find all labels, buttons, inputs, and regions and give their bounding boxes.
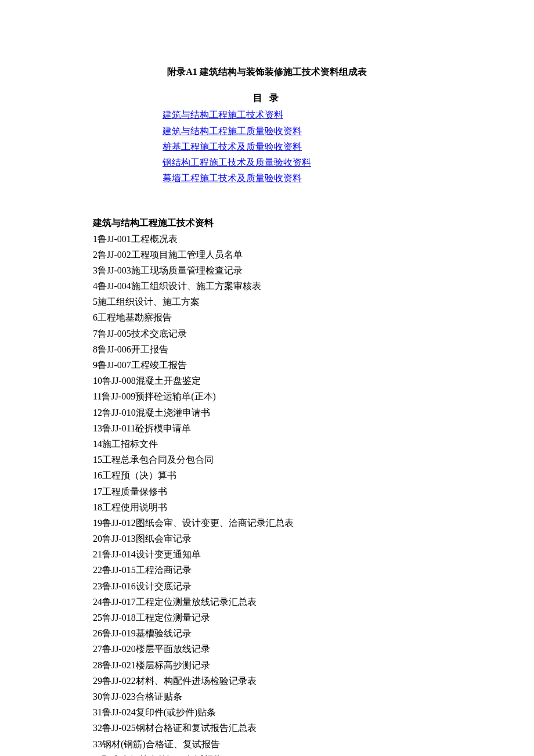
list-item: 29鲁JJ-022材料、构配件进场检验记录表 [93, 673, 441, 689]
list-item: 7鲁JJ-005技术交底记录 [93, 326, 441, 341]
section-heading: 建筑与结构工程施工技术资料 [93, 215, 441, 231]
list-item: 23鲁JJ-016设计交底记录 [93, 578, 441, 594]
list-item: 5施工组织设计、施工方案 [93, 294, 441, 309]
list-item: 1鲁JJ-001工程概况表 [93, 231, 441, 247]
list-item: 28鲁JJ-021楼层标高抄测记录 [93, 657, 441, 673]
list-item: 21鲁JJ-014设计变更通知单 [93, 546, 441, 562]
list-item: 17工程质量保修书 [93, 484, 441, 499]
list-item: 12鲁JJ-010混凝土浇灌申请书 [93, 405, 441, 420]
list-item: 26鲁JJ-019基槽验线记录 [93, 625, 441, 641]
list-item: 13鲁JJ-011砼拆模申请单 [93, 420, 441, 436]
list-item: 3鲁JJ-003施工现场质量管理检查记录 [93, 262, 441, 278]
list-item: 6工程地基勘察报告 [93, 309, 441, 325]
list-item: 9鲁JJ-007工程竣工报告 [93, 357, 441, 373]
list-item: 18工程使用说明书 [93, 499, 441, 515]
toc-header: 目 录 [93, 90, 441, 106]
list-item: 25鲁JJ-018工程定位测量记录 [93, 610, 441, 625]
list-item: 33钢材(钢筋)合格证、复试报告 [93, 736, 441, 752]
list-item: 27鲁JJ-020楼层平面放线记录 [93, 641, 441, 657]
list-item: 10鲁JJ-008混凝土开盘鉴定 [93, 373, 441, 388]
list-item: 15工程总承包合同及分包合同 [93, 452, 441, 467]
table-of-contents: 建筑与结构工程施工技术资料 建筑与结构工程施工质量验收资料 桩基工程施工技术及质… [163, 107, 441, 186]
toc-link[interactable]: 建筑与结构工程施工质量验收资料 [163, 126, 302, 136]
list-item: 22鲁JJ-015工程洽商记录 [93, 562, 441, 578]
list-item: 8鲁JJ-006开工报告 [93, 341, 441, 357]
list-item: 31鲁JJ-024复印件(或抄件)贴条 [93, 704, 441, 720]
list-item: 24鲁JJ-017工程定位测量放线记录汇总表 [93, 594, 441, 610]
toc-link[interactable]: 建筑与结构工程施工技术资料 [163, 110, 283, 120]
document-title: 附录A1 建筑结构与装饰装修施工技术资料组成表 [93, 64, 441, 80]
list-item: 2鲁JJ-002工程项目施工管理人员名单 [93, 247, 441, 262]
toc-link[interactable]: 钢结构工程施工技术及质量验收资料 [163, 157, 311, 167]
list-item: 19鲁JJ-012图纸会审、设计变更、洽商记录汇总表 [93, 515, 441, 531]
list-item: 34预应力钢筋合格证、复试报告 [93, 752, 441, 756]
toc-link[interactable]: 桩基工程施工技术及质量验收资料 [163, 142, 302, 152]
list-item: 4鲁JJ-004施工组织设计、施工方案审核表 [93, 278, 441, 294]
list-item: 20鲁JJ-013图纸会审记录 [93, 531, 441, 546]
list-item: 11鲁JJ-009预拌砼运输单(正本) [93, 388, 441, 404]
list-item: 16工程预（决）算书 [93, 467, 441, 483]
item-list: 1鲁JJ-001工程概况表 2鲁JJ-002工程项目施工管理人员名单 3鲁JJ-… [93, 231, 441, 757]
list-item: 14施工招标文件 [93, 436, 441, 452]
list-item: 32鲁JJ-025钢材合格证和复试报告汇总表 [93, 720, 441, 736]
list-item: 30鲁JJ-023合格证贴条 [93, 689, 441, 704]
toc-link[interactable]: 幕墙工程施工技术及质量验收资料 [163, 173, 302, 183]
